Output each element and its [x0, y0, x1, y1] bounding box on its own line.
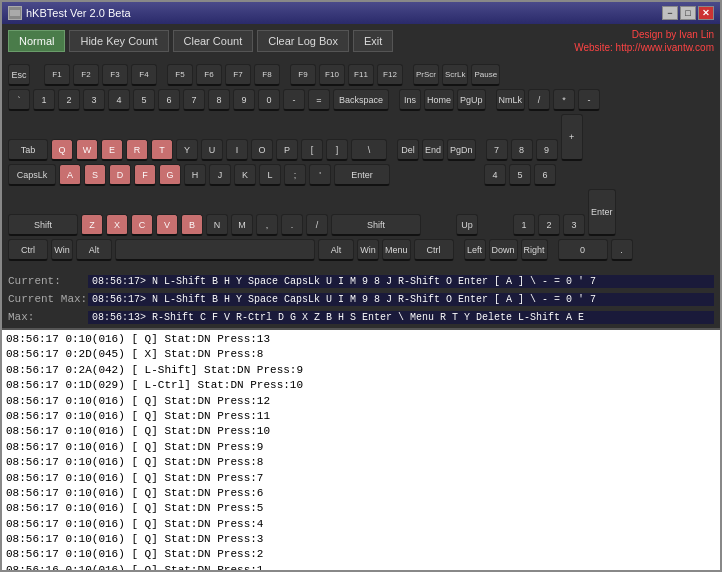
key-f2[interactable]: F2	[73, 64, 99, 86]
key-semicolon[interactable]: ;	[284, 164, 306, 186]
key-f9[interactable]: F9	[290, 64, 316, 86]
key-f6[interactable]: F6	[196, 64, 222, 86]
key-ralt[interactable]: Alt	[318, 239, 354, 261]
key-f[interactable]: F	[134, 164, 156, 186]
key-down[interactable]: Down	[489, 239, 518, 261]
key-f8[interactable]: F8	[254, 64, 280, 86]
key-num-6[interactable]: 6	[534, 164, 556, 186]
key-period[interactable]: .	[281, 214, 303, 236]
key-num-enter[interactable]: Enter	[588, 189, 616, 236]
key-tab[interactable]: Tab	[8, 139, 48, 161]
key-5[interactable]: 5	[133, 89, 155, 111]
key-s[interactable]: S	[84, 164, 106, 186]
hide-key-count-button[interactable]: Hide Key Count	[69, 30, 168, 52]
key-rshift[interactable]: Shift	[331, 214, 421, 236]
key-t[interactable]: T	[151, 139, 173, 161]
key-d[interactable]: D	[109, 164, 131, 186]
key-num-minus[interactable]: -	[578, 89, 600, 111]
key-o[interactable]: O	[251, 139, 273, 161]
key-enter[interactable]: Enter	[334, 164, 390, 186]
key-ins[interactable]: Ins	[399, 89, 421, 111]
key-n[interactable]: N	[206, 214, 228, 236]
key-3[interactable]: 3	[83, 89, 105, 111]
key-rbracket[interactable]: ]	[326, 139, 348, 161]
key-backtick[interactable]: `	[8, 89, 30, 111]
key-4[interactable]: 4	[108, 89, 130, 111]
key-lalt[interactable]: Alt	[76, 239, 112, 261]
key-y[interactable]: Y	[176, 139, 198, 161]
key-num-0[interactable]: 0	[558, 239, 608, 261]
key-up[interactable]: Up	[456, 214, 478, 236]
key-fwdslash[interactable]: /	[306, 214, 328, 236]
log-area[interactable]: 08:56:17 0:10(016) [ Q] Stat:DN Press:13…	[2, 328, 720, 570]
key-lbracket[interactable]: [	[301, 139, 323, 161]
key-num-2[interactable]: 2	[538, 214, 560, 236]
close-button[interactable]: ✕	[698, 6, 714, 20]
key-0[interactable]: 0	[258, 89, 280, 111]
key-a[interactable]: A	[59, 164, 81, 186]
key-right[interactable]: Right	[521, 239, 548, 261]
key-p[interactable]: P	[276, 139, 298, 161]
key-esc[interactable]: Esc	[8, 64, 30, 86]
key-num-slash[interactable]: /	[528, 89, 550, 111]
key-num-7[interactable]: 7	[486, 139, 508, 161]
exit-button[interactable]: Exit	[353, 30, 393, 52]
key-z[interactable]: Z	[81, 214, 103, 236]
key-num-4[interactable]: 4	[484, 164, 506, 186]
key-w[interactable]: W	[76, 139, 98, 161]
key-v[interactable]: V	[156, 214, 178, 236]
key-home[interactable]: Home	[424, 89, 454, 111]
key-x[interactable]: X	[106, 214, 128, 236]
key-c[interactable]: C	[131, 214, 153, 236]
key-m[interactable]: M	[231, 214, 253, 236]
key-capslock[interactable]: CapsLk	[8, 164, 56, 186]
key-num-lock[interactable]: NmLk	[496, 89, 526, 111]
maximize-button[interactable]: □	[680, 6, 696, 20]
key-minus[interactable]: -	[283, 89, 305, 111]
key-j[interactable]: J	[209, 164, 231, 186]
key-num-8[interactable]: 8	[511, 139, 533, 161]
key-k[interactable]: K	[234, 164, 256, 186]
key-pause[interactable]: Pause	[471, 64, 500, 86]
key-g[interactable]: G	[159, 164, 181, 186]
key-f5[interactable]: F5	[167, 64, 193, 86]
key-h[interactable]: H	[184, 164, 206, 186]
key-b[interactable]: B	[181, 214, 203, 236]
key-lctrl[interactable]: Ctrl	[8, 239, 48, 261]
key-comma[interactable]: ,	[256, 214, 278, 236]
clear-count-button[interactable]: Clear Count	[173, 30, 254, 52]
key-num-asterisk[interactable]: *	[553, 89, 575, 111]
key-f11[interactable]: F11	[348, 64, 374, 86]
key-e[interactable]: E	[101, 139, 123, 161]
key-l[interactable]: L	[259, 164, 281, 186]
key-f10[interactable]: F10	[319, 64, 345, 86]
key-9[interactable]: 9	[233, 89, 255, 111]
key-num-9[interactable]: 9	[536, 139, 558, 161]
key-u[interactable]: U	[201, 139, 223, 161]
key-del[interactable]: Del	[397, 139, 419, 161]
key-num-3[interactable]: 3	[563, 214, 585, 236]
key-7[interactable]: 7	[183, 89, 205, 111]
key-8[interactable]: 8	[208, 89, 230, 111]
key-f4[interactable]: F4	[131, 64, 157, 86]
key-lwin[interactable]: Win	[51, 239, 73, 261]
key-rctrl[interactable]: Ctrl	[414, 239, 454, 261]
key-f3[interactable]: F3	[102, 64, 128, 86]
key-f1[interactable]: F1	[44, 64, 70, 86]
key-num-5[interactable]: 5	[509, 164, 531, 186]
normal-button[interactable]: Normal	[8, 30, 65, 52]
key-left[interactable]: Left	[464, 239, 486, 261]
key-f7[interactable]: F7	[225, 64, 251, 86]
key-f12[interactable]: F12	[377, 64, 403, 86]
key-num-plus[interactable]: +	[561, 114, 583, 161]
key-1[interactable]: 1	[33, 89, 55, 111]
key-end[interactable]: End	[422, 139, 444, 161]
key-pgdn[interactable]: PgDn	[447, 139, 476, 161]
key-backslash[interactable]: \	[351, 139, 387, 161]
key-2[interactable]: 2	[58, 89, 80, 111]
key-space[interactable]	[115, 239, 315, 261]
key-rwin[interactable]: Win	[357, 239, 379, 261]
key-num-1[interactable]: 1	[513, 214, 535, 236]
minimize-button[interactable]: −	[662, 6, 678, 20]
key-6[interactable]: 6	[158, 89, 180, 111]
